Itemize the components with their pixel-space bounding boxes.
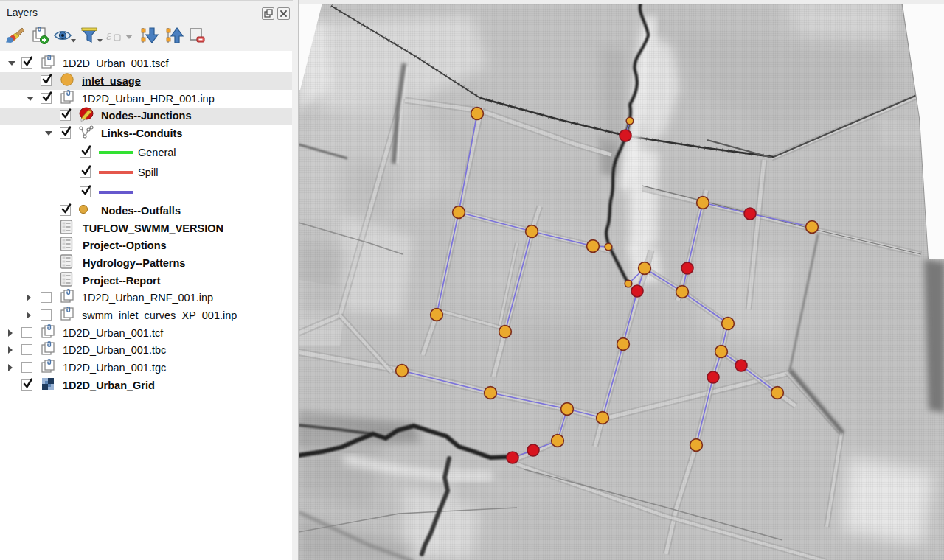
- legend-line-swatch: [99, 151, 133, 154]
- junction-node[interactable]: [453, 206, 465, 219]
- visibility-checkbox[interactable]: [80, 167, 91, 178]
- expand-arrow-icon[interactable]: [8, 346, 13, 354]
- close-panel-button[interactable]: [277, 7, 290, 20]
- funnel-dropdown-icon: [80, 35, 103, 47]
- junction-node[interactable]: [552, 435, 564, 447]
- open-layer-styling-button[interactable]: [6, 26, 25, 46]
- map-canvas[interactable]: [298, 0, 944, 560]
- junction-node[interactable]: [597, 412, 609, 424]
- red-node[interactable]: [707, 371, 719, 383]
- visibility-checkbox[interactable]: [80, 147, 91, 158]
- junction-node[interactable]: [526, 225, 538, 238]
- add-group-button[interactable]: [31, 26, 50, 46]
- layer-label: Links--Conduits: [101, 127, 182, 139]
- junction-node[interactable]: [587, 240, 600, 253]
- junction-node[interactable]: [431, 309, 443, 321]
- expand-arrow-icon[interactable]: [8, 329, 13, 337]
- layer-row-symbol[interactable]: [0, 182, 292, 202]
- layer-row-project-report[interactable]: Project--Report: [0, 272, 292, 290]
- junction-node[interactable]: [806, 221, 819, 234]
- layer-row-1d2d-urban-001-tbc[interactable]: 1D2D_Urban_001.tbc: [0, 342, 292, 360]
- layer-row-1d2d-urban-001-tscf[interactable]: 1D2D_Urban_001.tscf: [0, 55, 292, 73]
- layer-label: inlet_usage: [82, 75, 141, 87]
- collapse-arrow-icon[interactable]: [45, 131, 52, 136]
- layer-row-spill[interactable]: Spill: [0, 162, 292, 182]
- filter-by-expression-button[interactable]: ε: [105, 26, 134, 46]
- collapse-arrow-icon[interactable]: [27, 97, 34, 101]
- junction-node[interactable]: [499, 326, 512, 338]
- visibility-checkbox[interactable]: [41, 75, 52, 86]
- layer-row-nodes-outfalls[interactable]: Nodes--Outfalls: [0, 202, 292, 220]
- layer-row-tuflow-swmm-version[interactable]: TUFLOW_SWMM_VERSION: [0, 220, 292, 237]
- layer-label: Hydrology--Patterns: [83, 257, 185, 269]
- visibility-checkbox[interactable]: [60, 205, 71, 216]
- inlet-node[interactable]: [625, 280, 632, 287]
- layer-row-swmm-inlet-curves-xp-001-inp[interactable]: swmm_inlet_curves_XP_001.inp: [0, 307, 292, 324]
- visibility-checkbox[interactable]: [60, 110, 71, 121]
- visibility-checkbox[interactable]: [21, 344, 32, 355]
- layer-tree: 1D2D_Urban_001.tscfinlet_usage1D2D_Urban…: [0, 51, 292, 560]
- junction-node[interactable]: [471, 108, 484, 120]
- layers-toolbar: ε: [0, 26, 293, 48]
- junction-node[interactable]: [617, 338, 630, 351]
- layer-label: TUFLOW_SWMM_VERSION: [83, 223, 223, 234]
- expand-arrow-icon[interactable]: [27, 294, 31, 301]
- layer-row-1d2d-urban-hdr-001-inp[interactable]: 1D2D_Urban_HDR_001.inp: [0, 90, 292, 108]
- close-icon: [278, 8, 289, 19]
- junction-node[interactable]: [697, 197, 709, 209]
- layer-label: 1D2D_Urban_001.tcf: [63, 327, 163, 339]
- float-panel-button[interactable]: [262, 7, 274, 20]
- group-icon: [41, 340, 57, 360]
- visibility-checkbox[interactable]: [41, 292, 52, 303]
- visibility-checkbox[interactable]: [21, 57, 32, 69]
- junction-node[interactable]: [771, 387, 784, 399]
- layer-row-nodes-junctions[interactable]: Nodes--Junctions: [0, 108, 292, 125]
- junction-node[interactable]: [396, 365, 409, 377]
- layer-row-1d2d-urban-rnf-001-inp[interactable]: 1D2D_Urban_RNF_001.inp: [0, 290, 292, 307]
- filter-legend-button[interactable]: [80, 26, 103, 46]
- legend-line-swatch: [99, 191, 133, 194]
- junction-node[interactable]: [715, 346, 728, 358]
- expand-arrow-icon[interactable]: [27, 312, 31, 319]
- visibility-checkbox[interactable]: [41, 93, 52, 104]
- visibility-checkbox[interactable]: [21, 362, 32, 373]
- expand-all-button[interactable]: [140, 26, 159, 46]
- map-area: [293, 0, 944, 560]
- inlet-node[interactable]: [626, 117, 634, 125]
- visibility-checkbox[interactable]: [41, 309, 52, 321]
- layer-row-general[interactable]: General: [0, 142, 292, 162]
- layer-row-project-options[interactable]: Project--Options: [0, 237, 292, 254]
- remove-layer-icon: [187, 35, 206, 47]
- layer-label: Project--Options: [83, 239, 167, 251]
- junction-node[interactable]: [676, 286, 689, 298]
- inlet-node[interactable]: [605, 243, 612, 251]
- collapse-arrow-icon[interactable]: [8, 61, 15, 66]
- red-node[interactable]: [681, 262, 693, 274]
- layer-row-1d2d-urban-001-tgc[interactable]: 1D2D_Urban_001.tgc: [0, 359, 292, 377]
- layer-row-1d2d-urban-grid[interactable]: 1D2D_Urban_Grid: [0, 377, 292, 394]
- red-node[interactable]: [631, 285, 643, 297]
- expand-arrow-icon[interactable]: [8, 364, 13, 371]
- layer-row-1d2d-urban-001-tcf[interactable]: 1D2D_Urban_001.tcf: [0, 324, 292, 342]
- junction-node[interactable]: [690, 439, 703, 452]
- red-node[interactable]: [735, 360, 747, 371]
- junction-node[interactable]: [639, 262, 651, 275]
- collapse-all-button[interactable]: [165, 26, 184, 46]
- red-node[interactable]: [527, 444, 539, 456]
- table-icon: [59, 271, 74, 290]
- red-node[interactable]: [744, 208, 756, 220]
- remove-layer-button[interactable]: [187, 26, 206, 46]
- layer-row-links-conduits[interactable]: Links--Conduits: [0, 125, 292, 142]
- junction-node[interactable]: [485, 387, 497, 399]
- layer-row-hydrology-patterns[interactable]: Hydrology--Patterns: [0, 254, 292, 272]
- visibility-checkbox[interactable]: [60, 127, 71, 139]
- visibility-checkbox[interactable]: [21, 379, 32, 391]
- layer-row-inlet-usage[interactable]: inlet_usage: [0, 72, 292, 90]
- manage-map-themes-button[interactable]: [53, 26, 77, 46]
- visibility-checkbox[interactable]: [21, 327, 32, 338]
- red-node[interactable]: [507, 452, 518, 463]
- junction-node[interactable]: [561, 403, 574, 416]
- red-node[interactable]: [620, 130, 631, 141]
- junction-node[interactable]: [722, 318, 735, 330]
- visibility-checkbox[interactable]: [80, 186, 91, 197]
